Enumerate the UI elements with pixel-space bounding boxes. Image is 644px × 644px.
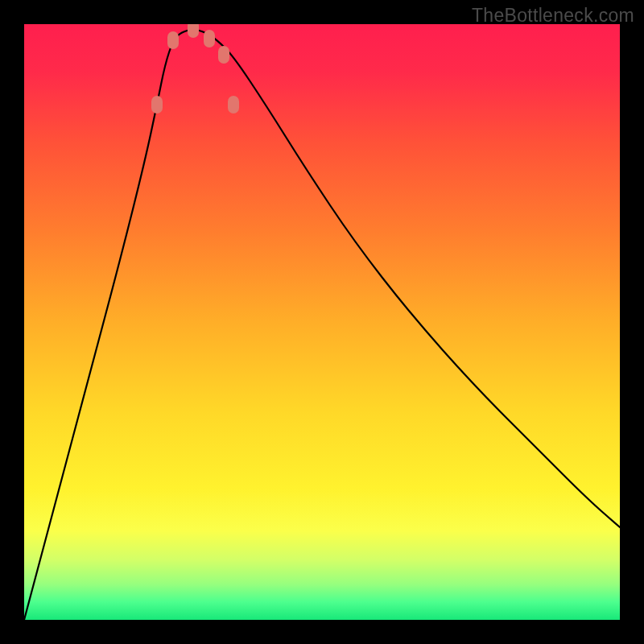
curve-marker [188, 24, 199, 38]
curve-marker [218, 46, 229, 64]
curve-marker [204, 30, 215, 47]
curve-marker [167, 31, 179, 49]
curve-marker [151, 96, 163, 114]
curve-marker [228, 96, 239, 114]
watermark-text: TheBottleneck.com [472, 5, 634, 27]
bottleneck-curve [24, 24, 620, 620]
chart-frame [24, 24, 620, 620]
